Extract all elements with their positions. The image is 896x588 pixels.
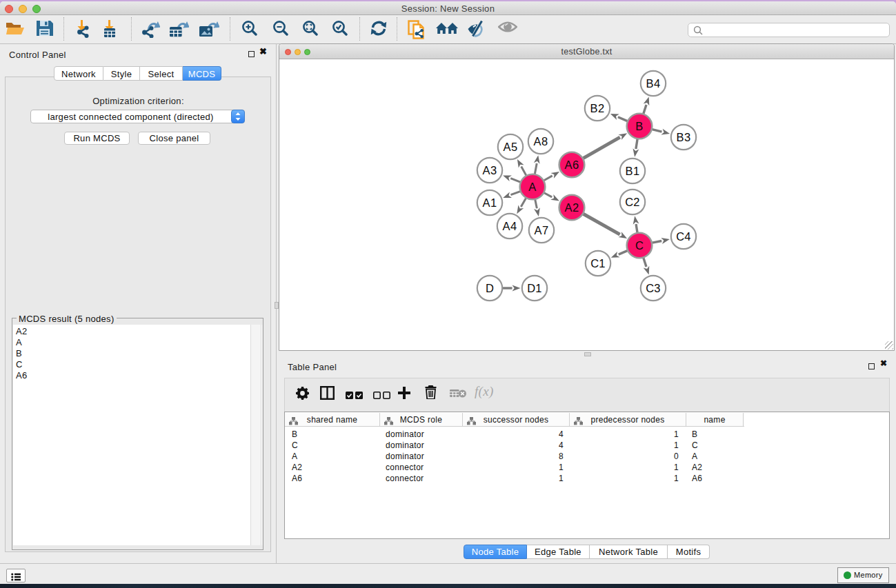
svg-text:C2: C2 <box>625 196 640 208</box>
svg-text:A5: A5 <box>504 141 518 153</box>
svg-text:B1: B1 <box>626 165 640 177</box>
svg-text:C4: C4 <box>676 230 691 243</box>
svg-text:C1: C1 <box>590 257 606 270</box>
svg-text:A: A <box>528 181 536 193</box>
svg-text:B2: B2 <box>590 102 605 114</box>
svg-text:A7: A7 <box>535 224 549 236</box>
svg-text:C3: C3 <box>646 282 661 294</box>
svg-text:D1: D1 <box>527 282 542 294</box>
svg-text:A4: A4 <box>503 220 517 232</box>
svg-text:A1: A1 <box>483 196 497 209</box>
svg-text:A8: A8 <box>534 135 548 148</box>
svg-text:C: C <box>635 239 644 252</box>
svg-text:B3: B3 <box>677 131 691 143</box>
svg-text:A2: A2 <box>565 201 579 214</box>
svg-text:B4: B4 <box>646 77 661 90</box>
svg-text:A6: A6 <box>565 159 579 171</box>
svg-text:A3: A3 <box>483 164 497 176</box>
svg-text:B: B <box>635 120 643 132</box>
svg-text:D: D <box>486 282 494 294</box>
